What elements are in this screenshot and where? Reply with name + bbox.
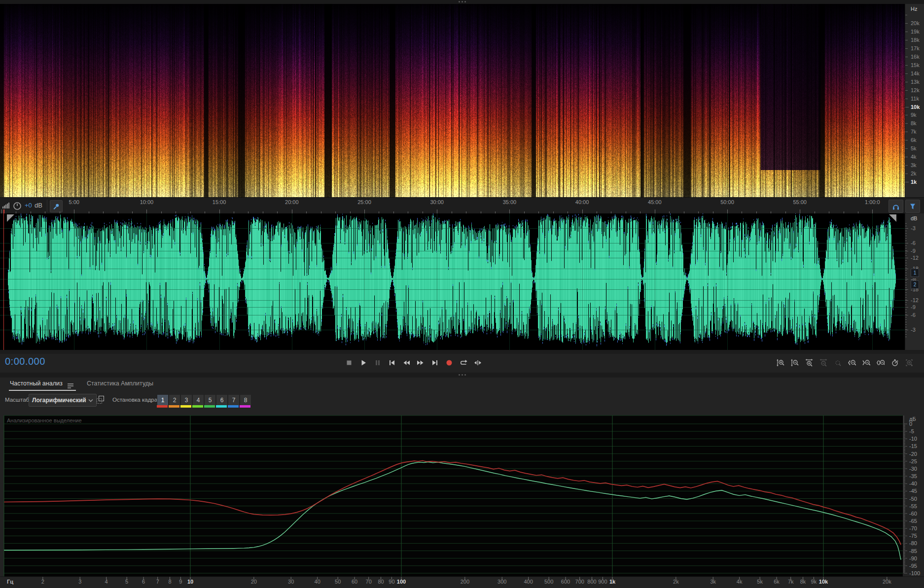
hold-button-4[interactable]: 4 bbox=[192, 394, 204, 406]
chart-text: 0 bbox=[909, 421, 912, 427]
zoom-to-out-point-button[interactable] bbox=[859, 356, 873, 369]
frequency-ruler[interactable]: Hz 20k19k18k17k16k15k14k13k12k11k10k9k8k… bbox=[905, 4, 924, 197]
hold-button-7[interactable]: 7 bbox=[228, 394, 240, 406]
db-minor-tick bbox=[905, 310, 907, 310]
chart-text: 5 bbox=[125, 579, 128, 585]
hz-tick-label: 9k bbox=[911, 112, 917, 118]
channel-badge-2[interactable]: 2 bbox=[911, 280, 919, 289]
timeline-label: 30:00 bbox=[430, 199, 444, 205]
db-minor-tick bbox=[905, 273, 907, 273]
chart-text: -95 bbox=[909, 563, 917, 569]
db-tick bbox=[905, 300, 908, 301]
hold-button-2[interactable]: 2 bbox=[169, 394, 180, 406]
db-minor-tick bbox=[905, 253, 907, 253]
selection-handle-right[interactable] bbox=[889, 214, 896, 222]
record-button[interactable] bbox=[442, 356, 456, 369]
scale-dropdown[interactable]: Логарифмический bbox=[29, 394, 97, 407]
db-minor-tick bbox=[905, 248, 907, 248]
db-minor-tick bbox=[905, 226, 907, 226]
db-minor-tick bbox=[905, 334, 907, 335]
playhead-timer-button[interactable] bbox=[888, 356, 901, 369]
zoom-to-selection-button[interactable] bbox=[874, 356, 887, 369]
timeline-label: 55:00 bbox=[793, 199, 807, 205]
chart-text: 600 bbox=[561, 579, 570, 585]
chart-text: 70 bbox=[366, 579, 372, 585]
frequency-analysis-plot[interactable]: Анализированное выделениедБ0-5-10-15-20-… bbox=[0, 410, 924, 588]
timeline-label: 40:00 bbox=[575, 199, 589, 205]
pause-button[interactable] bbox=[371, 356, 384, 369]
tab-amplitude-statistics[interactable]: Статистика Амплитуды bbox=[87, 380, 153, 387]
skip-to-end-button[interactable] bbox=[428, 356, 441, 369]
hz-tick-label: 16k bbox=[911, 54, 920, 60]
amplitude-ruler[interactable]: dB -3-6-9-12-18-∞-18-12-9-6-312 bbox=[905, 213, 924, 350]
spectrogram-display[interactable] bbox=[0, 4, 905, 197]
db-tick bbox=[905, 269, 908, 269]
selection-handle-left[interactable] bbox=[7, 214, 14, 222]
timeline-ruler[interactable]: +0 dB 5:0010:0015:0020:0025:0030:0035:00… bbox=[0, 197, 924, 214]
zoom-reset-button[interactable] bbox=[831, 356, 844, 369]
hz-tick bbox=[905, 115, 908, 115]
chart-text: -30 bbox=[909, 466, 917, 472]
chart-text: 80 bbox=[378, 579, 384, 585]
timeline-label: 15:00 bbox=[213, 199, 226, 205]
chart-text: -90 bbox=[909, 555, 917, 561]
channel-badge-1[interactable]: 1 bbox=[911, 269, 919, 277]
db-tick bbox=[905, 279, 908, 279]
skip-selection-button[interactable] bbox=[471, 356, 484, 369]
panel-grip-top[interactable] bbox=[456, 1, 468, 3]
zoom-to-in-point-button[interactable] bbox=[845, 356, 858, 369]
db-minor-tick bbox=[905, 290, 907, 290]
timeline-label: 20:00 bbox=[285, 199, 299, 205]
hold-button-1[interactable]: 1 bbox=[157, 394, 169, 406]
copy-graph-button[interactable] bbox=[96, 395, 106, 405]
hold-color-bar-4 bbox=[192, 405, 203, 408]
monitor-button[interactable] bbox=[888, 200, 903, 213]
hold-button-8[interactable]: 8 bbox=[240, 394, 251, 406]
zoom-in-time-button[interactable] bbox=[802, 356, 816, 369]
stop-button[interactable] bbox=[342, 356, 355, 369]
db-tick-label: -9 bbox=[911, 304, 916, 310]
db-tick-label: -6 bbox=[911, 240, 916, 246]
db-minor-tick bbox=[905, 270, 907, 271]
hold-button-3[interactable]: 3 bbox=[180, 394, 192, 406]
playhead-line[interactable] bbox=[3, 213, 4, 350]
play-button[interactable] bbox=[356, 356, 370, 369]
hz-tick-label: 17k bbox=[911, 45, 920, 51]
filter-button[interactable] bbox=[905, 200, 920, 213]
hold-button-5[interactable]: 5 bbox=[204, 394, 216, 406]
analysis-controls: Масштаб: Логарифмический Остановка кадра… bbox=[0, 391, 924, 410]
db-minor-tick bbox=[905, 241, 907, 241]
hz-tick-label: 12k bbox=[911, 87, 920, 93]
fast-forward-button[interactable] bbox=[414, 356, 427, 369]
rewind-button[interactable] bbox=[399, 356, 413, 369]
hold-button-6[interactable]: 6 bbox=[216, 394, 228, 406]
scale-dropdown-value: Логарифмический bbox=[32, 397, 86, 404]
chart-plot-area[interactable] bbox=[4, 415, 903, 577]
zoom-out-amplitude-button[interactable] bbox=[788, 356, 801, 369]
hz-tick-label: 13k bbox=[911, 79, 920, 85]
chart-text: 900 bbox=[598, 579, 607, 585]
zoom-full-button[interactable] bbox=[902, 356, 916, 369]
zoom-in-amplitude-button[interactable] bbox=[774, 356, 787, 369]
db-minor-tick bbox=[905, 332, 907, 332]
chart-text: 400 bbox=[524, 579, 533, 585]
waveform-display[interactable] bbox=[0, 213, 905, 350]
hz-tick bbox=[905, 65, 908, 66]
tab-frequency-analysis[interactable]: Частотный анализ bbox=[10, 380, 63, 387]
chart-text: 3k bbox=[710, 579, 716, 585]
playhead-time-display[interactable]: 0:00.000 bbox=[5, 356, 45, 367]
hz-tick bbox=[905, 48, 908, 49]
hold-color-bar-5 bbox=[204, 405, 215, 408]
db-tick bbox=[905, 330, 908, 330]
zoom-out-time-button[interactable] bbox=[817, 356, 830, 369]
panel-divider[interactable] bbox=[0, 373, 924, 378]
db-minor-tick bbox=[905, 245, 907, 246]
db-minor-tick bbox=[905, 268, 907, 268]
db-tick-label: -3 bbox=[911, 225, 916, 231]
panel-menu-icon[interactable] bbox=[67, 382, 74, 388]
loop-playback-button[interactable] bbox=[457, 356, 470, 369]
skip-to-start-button[interactable] bbox=[385, 356, 398, 369]
panel-grip-bottom[interactable] bbox=[456, 374, 468, 376]
hz-tick-label: 10k bbox=[911, 104, 920, 110]
timeline-label: 35:00 bbox=[503, 199, 517, 205]
